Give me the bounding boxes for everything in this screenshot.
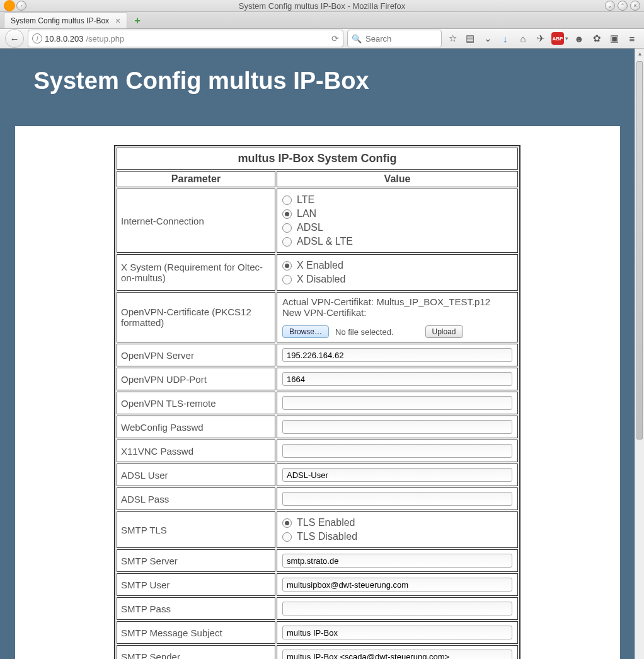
- param-smtpusr: SMTP User: [117, 573, 275, 596]
- close-window-button[interactable]: ×: [630, 1, 640, 11]
- input-smtp-sender[interactable]: [282, 650, 512, 659]
- actual-cert-prefix: Actual VPN-Certifikat:: [282, 296, 376, 307]
- radio-tls-enabled[interactable]: TLS Enabled: [282, 516, 512, 530]
- input-adsl-user[interactable]: [282, 468, 512, 482]
- input-smtp-pass[interactable]: [282, 602, 512, 615]
- home-icon[interactable]: ⌂: [516, 32, 530, 45]
- chat-icon[interactable]: ☻: [572, 32, 586, 45]
- input-adsl-pass[interactable]: [282, 492, 512, 506]
- back-button[interactable]: ←: [5, 29, 24, 48]
- url-path: /setup.php: [86, 34, 124, 44]
- window-title: System Config multus IP-Box - Mozilla Fi…: [0, 1, 644, 11]
- config-table: multus IP-Box System Config Parameter Va…: [114, 145, 520, 659]
- param-internet: Internet-Connection: [117, 189, 275, 253]
- minimize-button[interactable]: ⌄: [605, 1, 615, 11]
- param-smtppw: SMTP Pass: [117, 597, 275, 620]
- file-selected-label: No file selected.: [335, 327, 394, 337]
- search-icon: 🔍: [352, 34, 362, 44]
- save-icon[interactable]: ▣: [607, 32, 621, 45]
- tab-label: System Config multus IP-Box: [11, 16, 109, 25]
- table-title: multus IP-Box System Config: [117, 148, 518, 170]
- navigation-toolbar: ← i 10.8.0.203/setup.php ⟳ 🔍 ☆ ▤ ⌄ ↓ ⌂ ✈…: [0, 29, 644, 49]
- pocket-icon[interactable]: ⌄: [481, 32, 495, 45]
- param-vpncert: OpenVPN-Certificate (PKCS12 formatted): [117, 292, 275, 342]
- param-xsystem: X System (Requirement for Oltec-on-multu…: [117, 254, 275, 291]
- scroll-up-icon[interactable]: ▴: [635, 50, 644, 57]
- input-x11vnc-passwd[interactable]: [282, 444, 512, 458]
- vertical-scrollbar[interactable]: ▴ ▾: [635, 49, 644, 659]
- input-openvpn-server[interactable]: [282, 348, 512, 362]
- input-smtp-user[interactable]: [282, 578, 512, 592]
- param-smtptls: SMTP TLS: [117, 511, 275, 548]
- param-tls: OpenVPN TLS-remote: [117, 392, 275, 414]
- page-viewport: System Config multus IP-Box multus IP-Bo…: [0, 49, 635, 659]
- site-identity-icon[interactable]: i: [32, 33, 42, 44]
- bookmark-star-icon[interactable]: ☆: [446, 32, 459, 45]
- radio-tls-disabled[interactable]: TLS Disabled: [282, 530, 512, 544]
- maximize-button[interactable]: ⌃: [618, 1, 628, 11]
- window-menu-button[interactable]: ◦: [16, 1, 26, 11]
- input-smtp-subject[interactable]: [282, 626, 512, 639]
- param-smtpsubj: SMTP Message Subject: [117, 621, 275, 644]
- abp-dropdown-icon[interactable]: ▾: [565, 35, 568, 42]
- input-smtp-server[interactable]: [282, 554, 512, 568]
- param-adslu: ADSL User: [117, 464, 275, 486]
- new-cert-label: New VPN-Certifikat:: [282, 307, 512, 318]
- header-value: Value: [277, 171, 518, 187]
- abp-icon[interactable]: ABP: [551, 32, 564, 45]
- radio-x-disabled[interactable]: X Disabled: [282, 272, 512, 286]
- header-parameter: Parameter: [117, 171, 275, 187]
- extension-icon[interactable]: ✿: [590, 32, 604, 45]
- firefox-icon: [4, 0, 15, 11]
- param-server: OpenVPN Server: [117, 344, 275, 366]
- radio-lan[interactable]: LAN: [282, 207, 512, 221]
- param-adslp: ADSL Pass: [117, 487, 275, 510]
- close-tab-icon[interactable]: ×: [115, 16, 120, 26]
- param-smtpsnd: SMTP Sender: [117, 645, 275, 659]
- input-openvpn-tls-remote[interactable]: [282, 396, 512, 410]
- downloads-icon[interactable]: ↓: [498, 32, 512, 45]
- hamburger-menu-icon[interactable]: ≡: [625, 32, 639, 45]
- input-openvpn-udp-port[interactable]: [282, 372, 512, 386]
- browser-tab[interactable]: System Config multus IP-Box ×: [4, 12, 127, 28]
- new-tab-button[interactable]: +: [130, 13, 145, 28]
- send-icon[interactable]: ✈: [534, 32, 548, 45]
- page-title: System Config multus IP-Box: [34, 67, 620, 95]
- param-vncpw: X11VNC Passwd: [117, 440, 275, 462]
- param-webpw: WebConfig Passwd: [117, 416, 275, 438]
- bookmarks-list-icon[interactable]: ▤: [463, 32, 477, 45]
- search-bar[interactable]: 🔍: [347, 30, 442, 47]
- radio-adsl[interactable]: ADSL: [282, 221, 512, 235]
- tab-strip: System Config multus IP-Box × +: [0, 12, 644, 29]
- url-host: 10.8.0.203: [45, 34, 83, 44]
- param-smtpsrv: SMTP Server: [117, 549, 275, 572]
- radio-adsl-lte[interactable]: ADSL & LTE: [282, 235, 512, 248]
- actual-cert-file: Multus_IP_BOX_TEST.p12: [376, 296, 490, 307]
- window-titlebar: ◦ System Config multus IP-Box - Mozilla …: [0, 0, 644, 12]
- input-webconfig-passwd[interactable]: [282, 420, 512, 434]
- radio-x-enabled[interactable]: X Enabled: [282, 259, 512, 272]
- radio-lte[interactable]: LTE: [282, 193, 512, 207]
- reload-icon[interactable]: ⟳: [331, 33, 339, 44]
- scrollbar-thumb[interactable]: [636, 61, 643, 440]
- param-udp: OpenVPN UDP-Port: [117, 368, 275, 390]
- browse-button[interactable]: Browse…: [282, 325, 329, 338]
- address-bar[interactable]: i 10.8.0.203/setup.php ⟳: [28, 30, 343, 47]
- upload-button[interactable]: Upload: [425, 325, 463, 338]
